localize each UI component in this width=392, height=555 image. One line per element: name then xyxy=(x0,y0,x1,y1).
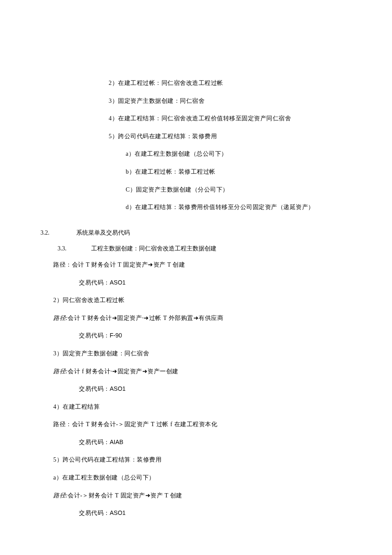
section-3-2-number: 3.2. xyxy=(40,229,75,237)
step-3-path: 路径:会计 f 财务会计·➜固定资产➜资产一创建 xyxy=(40,367,352,376)
section-3-3-heading: 3.3. 工程主数据创建：同仁宿舍改造工程主数据创建 xyxy=(40,244,352,253)
step-3-heading: 3）固定资产主数据创建：同仁宿舍 xyxy=(40,349,352,358)
path-text: 会计 T 财务会计 T 固定资产➜资产 T 创建 xyxy=(72,262,185,268)
list-item-4: 4）在建工程结算：同仁宿舍改造工程价值转移至固定资产同仁宿舍 xyxy=(40,114,352,123)
list-item-5: 5）跨公司代码在建工程结算：装修费用 xyxy=(40,132,352,141)
code-label: 交易代码： xyxy=(79,439,110,445)
section-3-3-title: 工程主数据创建：同仁宿舍改造工程主数据创建 xyxy=(91,245,216,252)
path-text: 会计 T 财务会计➜固定资产·➜过帐 T 外部购置➜有供应商 xyxy=(68,315,223,321)
path-label: 路径: xyxy=(53,315,68,321)
code-label: 交易代码： xyxy=(79,332,110,339)
list-item-3: 3）固定资产主数据创建：同仁宿舍 xyxy=(40,97,352,105)
step-5-sub-a: a）在建工程主数据创建（总公司下） xyxy=(40,474,352,482)
sublist-item-b: b）在建工程过帐：装修工程过帐 xyxy=(40,168,352,176)
path-text: 会计 T 财务会计-＞固定资产 T 过帐 f 在建工程资本化 xyxy=(72,421,218,427)
sublist-item-a: a）在建工程主数据创建（总公司下） xyxy=(40,150,352,158)
section-3-2-title: 系统菜单及交易代码 xyxy=(76,230,130,236)
section-3-3-path: 路径：会计 T 财务会计 T 固定资产➜资产 T 创建 xyxy=(40,261,352,269)
sublist-item-c: C）固定资产主数据创建（分公司下） xyxy=(40,186,352,194)
section-3-2-heading: 3.2. 系统菜单及交易代码 xyxy=(40,229,352,237)
step-5-heading: 5）跨公司代码在建工程结算：装修费用 xyxy=(40,456,352,464)
code-value: ASO1 xyxy=(110,385,126,392)
code-value: F-90 xyxy=(110,332,122,339)
step-2-path: 路径:会计 T 财务会计➜固定资产·➜过帐 T 外部购置➜有供应商 xyxy=(40,314,352,323)
step-4-path: 路径：会计 T 财务会计-＞固定资产 T 过帐 f 在建工程资本化 xyxy=(40,420,352,429)
sublist-item-d: d）在建工程结算：装修费用价值转移至分公司固定资产（递延资产） xyxy=(40,203,352,212)
path-label: 路径: xyxy=(53,368,68,375)
section-3-3-number: 3.3. xyxy=(58,244,89,253)
path-text: 会计-＞财务会计 T 固定资产➜资产 T 创建 xyxy=(68,492,182,499)
code-label: 交易代码： xyxy=(79,386,110,392)
list-item-2: 2）在建工程过帐：同仁宿舍改造工程过帐 xyxy=(40,79,352,87)
step-5-code: 交易代码：ASO1 xyxy=(40,509,352,517)
code-value: ASO1 xyxy=(110,509,126,516)
step-4-heading: 4）在建工程结算 xyxy=(40,403,352,411)
step-2-code: 交易代码：F-90 xyxy=(40,331,352,340)
path-label: 路径： xyxy=(53,421,72,427)
path-label: 路径: xyxy=(53,492,68,499)
step-3-code: 交易代码：ASO1 xyxy=(40,385,352,393)
step-2-heading: 2）同仁宿舍改造工程过帐 xyxy=(40,296,352,305)
path-text: 会计 f 财务会计·➜固定资产➜资产一创建 xyxy=(68,368,179,375)
step-5-path: 路径:会计-＞财务会计 T 固定资产➜资产 T 创建 xyxy=(40,491,352,500)
step-4-code: 交易代码：AIAB xyxy=(40,438,352,447)
section-3-3-code: 交易代码：ASO1 xyxy=(40,279,352,287)
code-value: AIAB xyxy=(110,439,124,445)
code-value: ASO1 xyxy=(110,279,126,286)
path-label: 路径： xyxy=(53,262,72,268)
code-label: 交易代码： xyxy=(79,279,110,286)
code-label: 交易代码： xyxy=(79,510,110,516)
